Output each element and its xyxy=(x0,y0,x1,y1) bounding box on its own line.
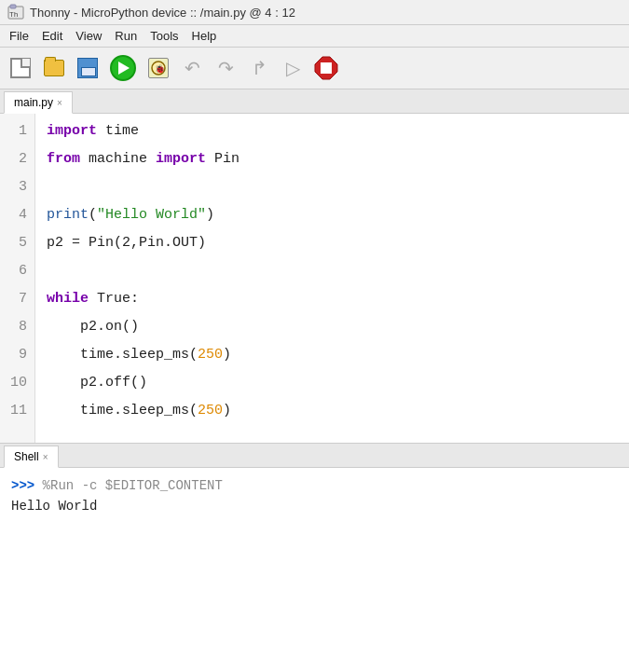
kw-import-2: import xyxy=(156,145,206,173)
menu-edit[interactable]: Edit xyxy=(36,27,68,45)
step-out-icon: ↱ xyxy=(252,57,267,79)
step-over-icon: ↶ xyxy=(185,57,200,79)
resume-icon: ▷ xyxy=(286,57,300,79)
stop-icon xyxy=(313,55,339,81)
code-text-1: time xyxy=(97,117,139,145)
code-editor[interactable]: 1 2 3 4 5 6 7 8 9 10 11 import time from xyxy=(0,114,629,443)
code-text-7: True: xyxy=(89,285,139,313)
step-over-button[interactable]: ↶ xyxy=(177,53,207,83)
shell-tab-bar: Shell × xyxy=(0,444,629,468)
num-250-2: 250 xyxy=(198,397,223,425)
line-num-10: 10 xyxy=(7,369,27,397)
new-file-button[interactable] xyxy=(6,53,35,83)
code-text-5: p2 = Pin(2,Pin.OUT) xyxy=(47,229,206,257)
new-file-icon xyxy=(10,58,31,78)
line-num-3: 3 xyxy=(7,173,27,201)
step-into-icon: ↷ xyxy=(218,57,234,79)
menu-tools[interactable]: Tools xyxy=(144,27,184,45)
code-line-1: import time xyxy=(47,117,618,145)
run-icon xyxy=(110,55,136,81)
svg-text:Th: Th xyxy=(9,10,19,19)
code-line-3 xyxy=(47,173,618,201)
str-hello-world: "Hello World" xyxy=(97,201,206,229)
code-line-7: while True: xyxy=(47,285,618,313)
shell-output-1: Hello World xyxy=(11,499,97,514)
svg-rect-1 xyxy=(10,5,16,8)
code-text-9a: time.sleep_ms( xyxy=(47,341,198,369)
title-bar: Th Thonny - MicroPython device :: /main.… xyxy=(0,0,629,25)
code-line-6 xyxy=(47,257,618,285)
line-num-5: 5 xyxy=(7,229,27,257)
editor-tab-label: main.py xyxy=(14,96,53,109)
shell-line-1: >>> %Run -c $EDITOR_CONTENT xyxy=(11,475,618,496)
line-num-2: 2 xyxy=(7,145,27,173)
resume-button[interactable]: ▷ xyxy=(278,53,308,83)
code-line-2: from machine import Pin xyxy=(47,145,618,173)
shell-tab[interactable]: Shell × xyxy=(4,446,59,468)
stop-button[interactable] xyxy=(311,53,341,83)
menu-view[interactable]: View xyxy=(70,27,107,45)
fn-print: print xyxy=(47,201,89,229)
kw-from: from xyxy=(47,145,80,173)
shell-line-2: Hello World xyxy=(11,496,618,516)
line-num-11: 11 xyxy=(7,397,27,425)
code-text-11a: time.sleep_ms( xyxy=(47,397,198,425)
code-line-4: print("Hello World") xyxy=(47,201,618,229)
kw-while: while xyxy=(47,285,89,313)
editor-tab-close[interactable]: × xyxy=(57,98,62,108)
code-text-10: p2.off() xyxy=(47,369,147,397)
editor-tab-main-py[interactable]: main.py × xyxy=(4,91,73,114)
save-file-icon xyxy=(77,58,98,78)
line-num-1: 1 xyxy=(7,117,27,145)
editor-container: main.py × 1 2 3 4 5 6 7 8 9 10 11 xyxy=(0,89,629,444)
step-into-button[interactable]: ↷ xyxy=(211,53,240,83)
line-num-7: 7 xyxy=(7,285,27,313)
run-button[interactable] xyxy=(106,51,140,85)
shell-command-1: %Run -c $EDITOR_CONTENT xyxy=(34,478,223,493)
line-num-4: 4 xyxy=(7,201,27,229)
open-file-button[interactable] xyxy=(39,53,69,83)
line-num-9: 9 xyxy=(7,341,27,369)
shell-tab-close[interactable]: × xyxy=(43,452,48,462)
line-numbers: 1 2 3 4 5 6 7 8 9 10 11 xyxy=(0,114,35,443)
svg-rect-6 xyxy=(321,62,332,74)
code-line-11: time.sleep_ms(250) xyxy=(47,397,618,425)
code-line-9: time.sleep_ms(250) xyxy=(47,341,618,369)
thonny-app-icon: Th xyxy=(7,4,24,21)
code-text-2b: Pin xyxy=(206,145,239,173)
title-text: Thonny - MicroPython device :: /main.py … xyxy=(30,6,295,20)
shell-container: Shell × >>> %Run -c $EDITOR_CONTENT Hell… xyxy=(0,444,629,672)
main-layout: Th Thonny - MicroPython device :: /main.… xyxy=(0,0,629,672)
code-text-4b: ) xyxy=(206,201,214,229)
shell-content[interactable]: >>> %Run -c $EDITOR_CONTENT Hello World xyxy=(0,468,629,672)
code-line-5: p2 = Pin(2,Pin.OUT) xyxy=(47,229,618,257)
code-line-10: p2.off() xyxy=(47,369,618,397)
code-content[interactable]: import time from machine import Pin prin… xyxy=(35,114,629,443)
code-text-2a: machine xyxy=(80,145,156,173)
shell-prompt-1: >>> xyxy=(11,478,34,493)
num-250-1: 250 xyxy=(198,341,223,369)
code-text-8: p2.on() xyxy=(47,313,139,341)
menu-file[interactable]: File xyxy=(4,27,34,45)
code-text-4a: ( xyxy=(89,201,97,229)
menu-bar: File Edit View Run Tools Help xyxy=(0,25,629,48)
toolbar: 🐞 ↶ ↷ ↱ ▷ xyxy=(0,48,629,89)
line-num-6: 6 xyxy=(7,257,27,285)
code-text-9b: ) xyxy=(223,341,231,369)
line-num-8: 8 xyxy=(7,313,27,341)
step-out-button[interactable]: ↱ xyxy=(244,53,274,83)
debug-button[interactable]: 🐞 xyxy=(144,53,173,83)
open-file-icon xyxy=(44,60,64,76)
debug-icon: 🐞 xyxy=(148,58,169,78)
svg-text:🐞: 🐞 xyxy=(155,63,166,75)
code-line-8: p2.on() xyxy=(47,313,618,341)
save-file-button[interactable] xyxy=(73,53,103,83)
code-text-11b: ) xyxy=(223,397,231,425)
menu-run[interactable]: Run xyxy=(109,27,143,45)
menu-help[interactable]: Help xyxy=(186,27,223,45)
kw-import-1: import xyxy=(47,117,97,145)
shell-tab-label: Shell xyxy=(14,450,39,463)
editor-tab-bar: main.py × xyxy=(0,89,629,114)
